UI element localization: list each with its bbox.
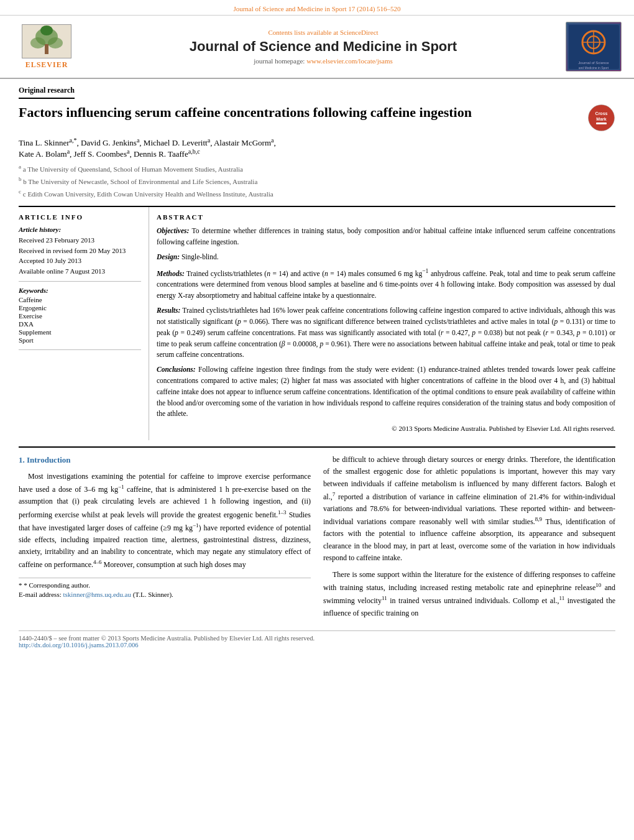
body-col-left: 1. Introduction Most investigations exam…: [19, 454, 311, 624]
svg-rect-17: [596, 122, 607, 124]
doi-line: http://dx.doi.org/10.1016/j.jsams.2013.0…: [19, 642, 615, 648]
body-col-right: be difficult to achieve through dietary …: [323, 454, 615, 624]
abstract-col: ABSTRACT Objectives: To determine whethe…: [149, 207, 615, 440]
svg-point-3: [48, 37, 63, 48]
authors: Tina L. Skinnera,*, David G. Jenkinsa, M…: [19, 137, 615, 160]
intro-para-left: Most investigations examining the potent…: [19, 471, 311, 571]
keyword-sport: Sport: [19, 336, 141, 344]
sciencedirect-link[interactable]: ScienceDirect: [340, 29, 379, 36]
elsevier-tree-image: [22, 24, 71, 58]
journal-header: ELSEVIER Contents lists available at Sci…: [0, 16, 634, 79]
section-label: Original research: [19, 86, 75, 99]
svg-text:and Medicine in Sport: and Medicine in Sport: [578, 66, 609, 70]
svg-text:Mark: Mark: [596, 117, 606, 121]
doi-link[interactable]: http://dx.doi.org/10.1016/j.jsams.2013.0…: [19, 642, 139, 648]
svg-rect-4: [45, 44, 48, 54]
footnote-section: * * Corresponding author. E-mail address…: [19, 578, 311, 600]
journal-title: Journal of Science and Medicine in Sport: [87, 39, 559, 55]
email-link[interactable]: tskinner@hms.uq.edu.au: [63, 591, 131, 598]
keyword-exercise: Exercise: [19, 312, 141, 320]
elsevier-logo-container: ELSEVIER: [12, 24, 81, 70]
contents-line: Contents lists available at ScienceDirec…: [87, 29, 559, 36]
svg-text:Journal of Science: Journal of Science: [578, 61, 609, 65]
abstract-conclusions: Conclusions: Following caffeine ingestio…: [157, 364, 615, 420]
page: Journal of Science and Medicine in Sport…: [0, 0, 634, 840]
keywords-label: Keywords:: [19, 287, 141, 294]
abstract-heading: ABSTRACT: [157, 213, 615, 221]
keyword-caffeine: Caffeine: [19, 296, 141, 303]
article-history-label: Article history:: [19, 226, 141, 233]
abstract-design: Design: Single-blind.: [157, 252, 615, 263]
article-history-content: Received 23 February 2013 Received in re…: [19, 235, 141, 276]
affiliations: a a The University of Queensland, School…: [19, 162, 615, 200]
journal-issue-link[interactable]: Journal of Science and Medicine in Sport…: [233, 5, 400, 12]
email-footnote: E-mail address: tskinner@hms.uq.edu.au (…: [19, 590, 311, 599]
article-history-section: Article history: Received 23 February 20…: [19, 226, 141, 282]
main-content: Original research Factors influencing se…: [0, 79, 634, 655]
abstract-text: Objectives: To determine whether differe…: [157, 226, 615, 434]
revised-date: Received in revised form 20 May 2013: [19, 246, 141, 256]
introduction-heading: 1. Introduction: [19, 454, 311, 467]
copyright-line: © 2013 Sports Medicine Australia. Publis…: [157, 423, 615, 434]
bottom-bar: 1440-2440/$ – see front matter © 2013 Sp…: [19, 630, 615, 648]
article-info-col: ARTICLE INFO Article history: Received 2…: [19, 207, 149, 440]
body-content: 1. Introduction Most investigations exam…: [19, 446, 615, 648]
available-date: Available online 7 August 2013: [19, 266, 141, 277]
intro-para-right-2: There is some support within the literat…: [323, 569, 615, 619]
article-title-section: Factors influencing serum caffeine conce…: [19, 104, 615, 132]
journal-thumbnail: Journal of Science and Medicine in Sport: [566, 22, 622, 72]
article-title: Factors influencing serum caffeine conce…: [19, 104, 578, 122]
issn-line: 1440-2440/$ – see front matter © 2013 Sp…: [19, 635, 615, 642]
accepted-date: Accepted 10 July 2013: [19, 256, 141, 266]
svg-text:Cross: Cross: [595, 111, 608, 116]
elsevier-text: ELSEVIER: [25, 60, 68, 70]
keyword-ergogenic: Ergogenic: [19, 304, 141, 312]
homepage-label: journal homepage:: [254, 57, 305, 65]
abstract-results: Results: Trained cyclists/triathletes ha…: [157, 305, 615, 361]
homepage-line: journal homepage: www.elsevier.com/locat…: [87, 57, 559, 65]
abstract-objectives: Objectives: To determine whether differe…: [157, 226, 615, 248]
keywords-section: Keywords: Caffeine Ergogenic Exercise DX…: [19, 287, 141, 350]
email-author: (T.L. Skinner).: [133, 591, 173, 598]
svg-point-5: [40, 25, 53, 35]
svg-point-2: [30, 37, 45, 48]
body-two-col: 1. Introduction Most investigations exam…: [19, 454, 615, 624]
article-info-heading: ARTICLE INFO: [19, 213, 141, 221]
crossmark-logo[interactable]: Cross Mark: [587, 104, 615, 132]
received-date: Received 23 February 2013: [19, 235, 141, 246]
contents-text: Contents lists available at: [268, 29, 338, 36]
article-info-abstract-section: ARTICLE INFO Article history: Received 2…: [19, 206, 615, 440]
intro-para-right-1: be difficult to achieve through dietary …: [323, 454, 615, 564]
corresponding-author-note: * * Corresponding author.: [19, 581, 311, 590]
keyword-supplement: Supplement: [19, 328, 141, 336]
abstract-methods: Methods: Trained cyclists/triathletes (n…: [157, 267, 615, 302]
keywords-list: Caffeine Ergogenic Exercise DXA Suppleme…: [19, 296, 141, 344]
journal-top-bar: Journal of Science and Medicine in Sport…: [0, 0, 634, 16]
journal-header-center: Contents lists available at ScienceDirec…: [87, 29, 559, 65]
homepage-url[interactable]: www.elsevier.com/locate/jsams: [306, 57, 393, 65]
keyword-dxa: DXA: [19, 320, 141, 328]
